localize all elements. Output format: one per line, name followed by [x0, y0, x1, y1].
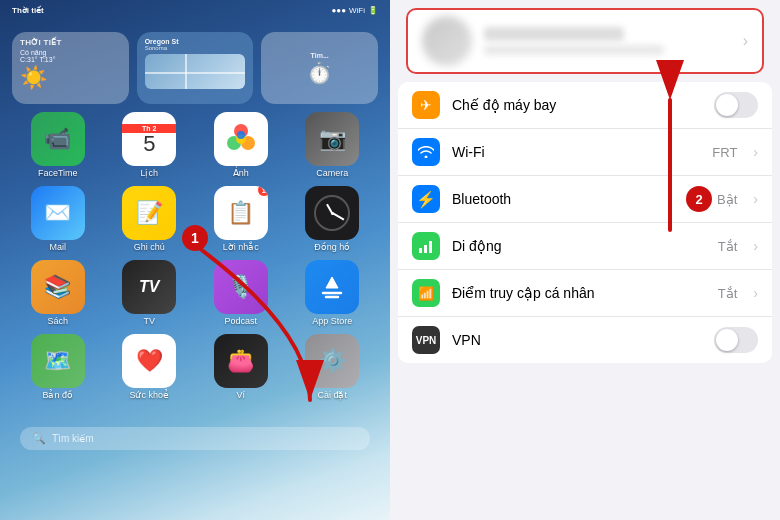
cellular-icon [412, 232, 440, 260]
app-wallet[interactable]: 👛 Ví [199, 334, 283, 400]
vpn-icon: vpn [412, 326, 440, 354]
status-icons: ●●● WiFi 🔋 [332, 6, 379, 15]
airplane-toggle[interactable] [714, 92, 758, 118]
hotspot-icon: 📶 [412, 279, 440, 307]
timer-widget: Tim... ⏱️ [261, 32, 378, 104]
app-maps[interactable]: 🗺️ Bản đồ [16, 334, 100, 400]
weather-widget: Thời tiết Có năng C:31° T:13° ☀️ [12, 32, 129, 104]
settings-row-wifi[interactable]: Wi-Fi FRT › [398, 129, 772, 176]
app-podcasts[interactable]: 🎙️ Podcast [199, 260, 283, 326]
svg-point-4 [237, 131, 245, 139]
settings-connectivity-section: ✈ Chế độ máy bay Wi-Fi FRT › ⚡ Bluetooth [398, 82, 772, 363]
svg-rect-10 [419, 248, 422, 253]
app-notes[interactable]: 📝 Ghi chú [108, 186, 192, 252]
settings-row-cellular[interactable]: Di động Tắt › [398, 223, 772, 270]
app-grid-row1: 📹 FaceTime Th 2 5 Lịch Ảnh [0, 108, 390, 182]
bluetooth-icon: ⚡ [412, 185, 440, 213]
profile-subtitle [484, 45, 664, 55]
app-clock[interactable]: Đồng hồ [291, 186, 375, 252]
widgets-row: Thời tiết Có năng C:31° T:13° ☀️ Oregon … [0, 28, 390, 108]
weather-widget-label: Thời tiết [12, 6, 44, 15]
map-visual [145, 54, 246, 89]
reminders-badge: 1 [257, 186, 268, 197]
left-panel: Thời tiết ●●● WiFi 🔋 Thời tiết Có năng C… [0, 0, 390, 520]
wifi-chevron: › [753, 144, 758, 160]
map-widget: Oregon St Sonoma [137, 32, 254, 104]
app-calendar[interactable]: Th 2 5 Lịch [108, 112, 192, 178]
right-panel: › ✈ Chế độ máy bay Wi-Fi FRT › [390, 0, 780, 520]
hotspot-chevron: › [753, 285, 758, 301]
app-tv[interactable]: TV TV [108, 260, 192, 326]
app-grid-row4: 🗺️ Bản đồ ❤️ Sức khoẻ 👛 Ví ⚙️ Cài đặt [0, 330, 390, 404]
app-books[interactable]: 📚 Sách [16, 260, 100, 326]
airplane-icon: ✈ [412, 91, 440, 119]
app-settings[interactable]: ⚙️ Cài đặt [291, 334, 375, 400]
vpn-toggle[interactable] [714, 327, 758, 353]
profile-section: › [398, 8, 772, 74]
svg-rect-12 [429, 241, 432, 253]
status-bar: Thời tiết ●●● WiFi 🔋 [0, 0, 390, 28]
search-bar[interactable]: 🔍 Tìm kiếm [20, 427, 370, 450]
app-health[interactable]: ❤️ Sức khoẻ [108, 334, 192, 400]
profile-text [484, 27, 731, 55]
step-2-badge: 2 [686, 186, 712, 212]
settings-row-bluetooth[interactable]: ⚡ Bluetooth 2 Bật › [398, 176, 772, 223]
app-appstore[interactable]: App Store [291, 260, 375, 326]
wifi-icon [412, 138, 440, 166]
app-mail[interactable]: ✉️ Mail [16, 186, 100, 252]
app-photos[interactable]: Ảnh [199, 112, 283, 178]
bluetooth-chevron: › [753, 191, 758, 207]
svg-rect-11 [424, 245, 427, 253]
profile-avatar [422, 16, 472, 66]
app-grid-row2: ✉️ Mail 📝 Ghi chú 📋 1 Lời nhắc [0, 182, 390, 256]
settings-row-hotspot[interactable]: 📶 Điểm truy cập cá nhân Tắt › [398, 270, 772, 317]
profile-chevron: › [743, 32, 748, 50]
app-camera[interactable]: 📷 Camera [291, 112, 375, 178]
cellular-chevron: › [753, 238, 758, 254]
app-reminders[interactable]: 📋 1 Lời nhắc [199, 186, 283, 252]
settings-profile-row[interactable]: › [406, 8, 764, 74]
app-grid-row3: 📚 Sách TV TV 🎙️ Podcast App [0, 256, 390, 330]
settings-row-airplane[interactable]: ✈ Chế độ máy bay [398, 82, 772, 129]
profile-name [484, 27, 624, 41]
app-facetime[interactable]: 📹 FaceTime [16, 112, 100, 178]
settings-row-vpn[interactable]: vpn VPN [398, 317, 772, 363]
